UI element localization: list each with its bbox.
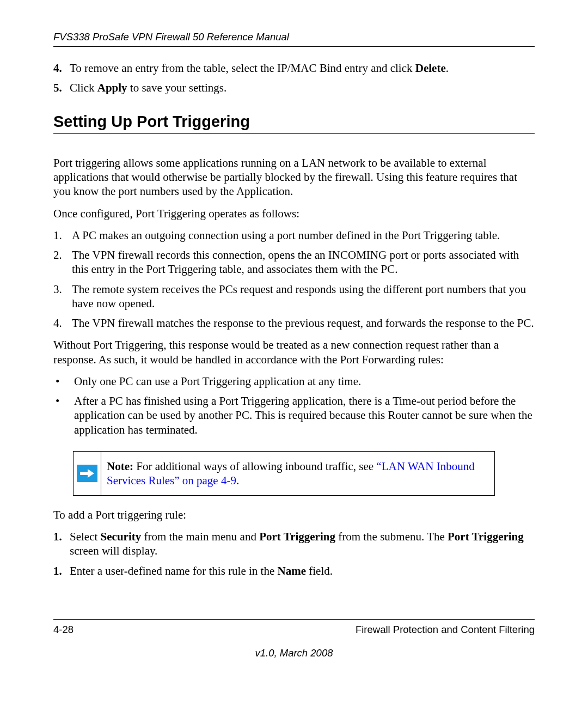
svg-marker-1 xyxy=(88,469,94,478)
step-body: Click Apply to save your settings. xyxy=(70,81,535,95)
list-item: • Only one PC can use a Port Triggering … xyxy=(53,374,535,388)
list-item: 3. The remote system receives the PCs re… xyxy=(53,282,535,311)
section-heading: Setting Up Port Triggering xyxy=(53,112,535,131)
item-number: 3. xyxy=(53,282,72,311)
bullet-icon: • xyxy=(53,374,74,388)
t: Select xyxy=(70,530,101,543)
list-item: 1. A PC makes an outgoing connection usi… xyxy=(53,228,535,242)
footer-rule xyxy=(53,619,535,620)
item-body: The remote system receives the PCs reque… xyxy=(72,282,535,311)
step-body: Select Security from the main menu and P… xyxy=(70,530,535,558)
svg-rect-0 xyxy=(80,472,88,475)
chapter-title: Firewall Protection and Content Filterin… xyxy=(356,623,535,636)
t: field. xyxy=(306,564,333,577)
document-page: FVS338 ProSafe VPN Firewall 50 Reference… xyxy=(0,0,588,706)
text-bold: Delete xyxy=(415,62,446,75)
note-text-post: . xyxy=(236,474,239,487)
running-header: FVS338 ProSafe VPN Firewall 50 Reference… xyxy=(53,31,535,47)
step-body: To remove an entry from the table, selec… xyxy=(70,61,535,75)
t: from the main menu and xyxy=(141,530,259,543)
bullet-list: • Only one PC can use a Port Triggering … xyxy=(53,374,535,437)
paragraph: To add a Port triggering rule: xyxy=(53,508,535,522)
note-icon-cell xyxy=(74,451,101,495)
t: Enter a user-defined name for this rule … xyxy=(70,564,278,577)
t: Port Triggering xyxy=(259,530,335,543)
note-box: Note: For additional ways of allowing in… xyxy=(73,451,503,496)
t: Port Triggering xyxy=(448,530,524,543)
item-number: 2. xyxy=(53,248,72,277)
step-item: 1. Enter a user-defined name for this ru… xyxy=(53,564,535,578)
step-body: Enter a user-defined name for this rule … xyxy=(70,564,535,578)
paragraph: Port triggering allows some applications… xyxy=(53,156,535,199)
item-number: 1. xyxy=(53,228,72,242)
t: Name xyxy=(278,564,306,577)
t: screen will display. xyxy=(70,544,157,557)
note-text: For additional ways of allowing inbound … xyxy=(133,460,376,473)
item-body: After a PC has finished using a Port Tri… xyxy=(74,394,535,437)
step-item: 1. Select Security from the main menu an… xyxy=(53,530,535,558)
step-number: 1. xyxy=(53,564,70,578)
step-item: 4. To remove an entry from the table, se… xyxy=(53,61,535,75)
t: Security xyxy=(101,530,142,543)
paragraph: Once configured, Port Triggering operate… xyxy=(53,206,535,221)
top-step-list: 4. To remove an entry from the table, se… xyxy=(53,61,535,95)
list-item: 4. The VPN firewall matches the response… xyxy=(53,316,535,330)
page-footer: 4-28 Firewall Protection and Content Fil… xyxy=(53,619,535,659)
note-label: Note: xyxy=(107,460,133,473)
paragraph: Without Port Triggering, this response w… xyxy=(53,338,535,367)
step-number: 1. xyxy=(53,530,70,558)
step-number: 4. xyxy=(53,61,70,75)
item-number: 4. xyxy=(53,316,72,330)
page-number: 4-28 xyxy=(53,623,74,636)
step-item: 5. Click Apply to save your settings. xyxy=(53,81,535,95)
item-body: A PC makes an outgoing connection using … xyxy=(72,228,535,242)
list-item: • After a PC has finished using a Port T… xyxy=(53,394,535,437)
note-body: Note: For additional ways of allowing in… xyxy=(101,451,495,495)
section-rule xyxy=(53,133,535,134)
item-body: Only one PC can use a Port Triggering ap… xyxy=(74,374,535,388)
list-item: 2. The VPN firewall records this connect… xyxy=(53,248,535,277)
step-number: 5. xyxy=(53,81,70,95)
text: . xyxy=(446,62,449,75)
operates-list: 1. A PC makes an outgoing connection usi… xyxy=(53,228,535,331)
text: Click xyxy=(70,81,97,94)
text-bold: Apply xyxy=(97,81,127,94)
t: from the submenu. The xyxy=(335,530,448,543)
text: to save your settings. xyxy=(127,81,227,94)
text: To remove an entry from the table, selec… xyxy=(70,62,415,75)
doc-version: v1.0, March 2008 xyxy=(53,647,535,659)
bottom-step-list: 1. Select Security from the main menu an… xyxy=(53,530,535,578)
bullet-icon: • xyxy=(53,394,74,437)
item-body: The VPN firewall matches the response to… xyxy=(72,316,535,330)
arrow-right-icon xyxy=(77,465,97,482)
item-body: The VPN firewall records this connection… xyxy=(72,248,535,277)
note-table: Note: For additional ways of allowing in… xyxy=(73,451,495,496)
